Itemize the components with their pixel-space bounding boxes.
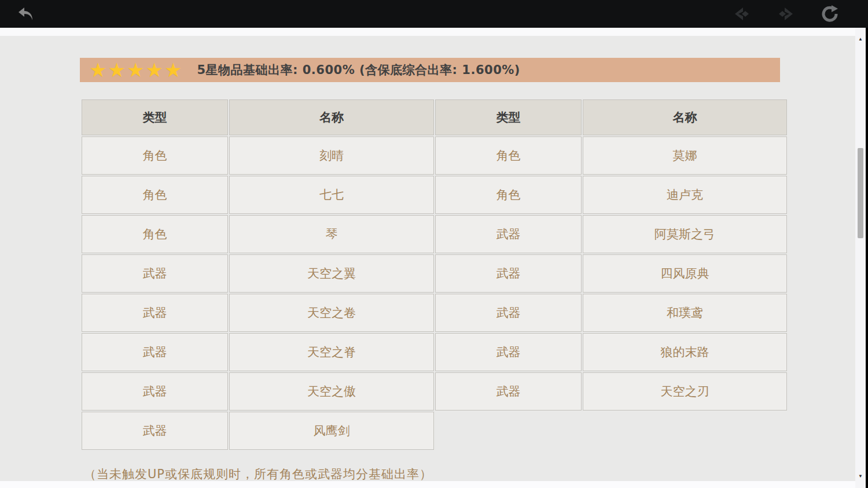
star-icon: ★ xyxy=(89,60,106,80)
table-cell: 天空之傲 xyxy=(229,372,434,411)
table-cell: 角色 xyxy=(82,136,228,175)
column-header-type-1: 类型 xyxy=(82,99,228,135)
table-cell: 阿莫斯之弓 xyxy=(583,215,787,253)
table-cell: 狼的末路 xyxy=(583,333,787,371)
table-cell: 莫娜 xyxy=(583,136,787,175)
scrollbar-thumb[interactable] xyxy=(858,148,863,238)
table-cell: 武器 xyxy=(82,254,228,293)
table-row: 武器风鹰剑 xyxy=(82,412,787,450)
double-chevron-left-icon xyxy=(733,6,751,21)
table-cell: 角色 xyxy=(82,215,228,253)
star-rating: ★★★★★ xyxy=(89,60,182,80)
star-icon: ★ xyxy=(164,60,182,80)
scroll-up-arrow-icon[interactable]: ▲ xyxy=(855,35,866,43)
table-cell: 迪卢克 xyxy=(583,176,787,214)
rarity-banner: ★★★★★ 5星物品基础出率: 0.600% (含保底综合出率: 1.600%) xyxy=(80,58,780,82)
banner-rate-text: 5星物品基础出率: 0.600% (含保底综合出率: 1.600%) xyxy=(197,62,520,78)
table-cell: 武器 xyxy=(435,372,582,411)
table-row: 武器天空之卷武器和璞鸢 xyxy=(82,294,787,332)
double-chevron-right-icon xyxy=(777,6,795,21)
table-cell: 风鹰剑 xyxy=(229,412,434,450)
table-cell: 武器 xyxy=(82,372,228,411)
star-icon: ★ xyxy=(108,60,125,80)
page-top-strip xyxy=(0,28,855,36)
table-cell: 和璞鸢 xyxy=(583,294,787,332)
page-content: ★★★★★ 5星物品基础出率: 0.600% (含保底综合出率: 1.600%)… xyxy=(0,28,855,488)
footnote-text: （当未触发UP或保底规则时，所有角色或武器均分基础出率） xyxy=(84,466,432,482)
table-cell: 天空之翼 xyxy=(229,254,434,293)
table-row: 武器天空之脊武器狼的末路 xyxy=(82,333,787,371)
table-row: 角色七七角色迪卢克 xyxy=(82,176,787,214)
undo-button[interactable] xyxy=(15,3,36,24)
table-cell: 刻晴 xyxy=(229,136,434,175)
refresh-icon xyxy=(821,5,839,23)
table-cell: 武器 xyxy=(435,333,582,371)
table-row: 角色琴武器阿莫斯之弓 xyxy=(82,215,787,253)
star-icon: ★ xyxy=(145,60,163,80)
table-row: 角色刻晴角色莫娜 xyxy=(82,136,787,175)
column-header-name-2: 名称 xyxy=(583,99,787,135)
scroll-down-arrow-icon[interactable]: ▼ xyxy=(855,472,866,480)
vertical-scrollbar[interactable]: ▲ ▼ xyxy=(855,28,866,488)
table-cell: 角色 xyxy=(435,176,582,214)
history-back-button[interactable] xyxy=(731,3,752,24)
table-cell: 琴 xyxy=(229,215,434,253)
table-row: 武器天空之翼武器四风原典 xyxy=(82,254,787,293)
table-header-row: 类型 名称 类型 名称 xyxy=(82,99,787,135)
table-cell: 武器 xyxy=(82,333,228,371)
refresh-button[interactable] xyxy=(819,3,840,24)
table-row: 武器天空之傲武器天空之刃 xyxy=(82,372,787,411)
table-cell: 天空之刃 xyxy=(583,372,787,411)
rates-table-body: 角色刻晴角色莫娜角色七七角色迪卢克角色琴武器阿莫斯之弓武器天空之翼武器四风原典武… xyxy=(82,136,787,450)
table-cell: 七七 xyxy=(229,176,434,214)
table-cell: 武器 xyxy=(435,294,582,332)
page-bottom-strip xyxy=(0,481,855,488)
table-cell: 武器 xyxy=(82,294,228,332)
history-forward-button[interactable] xyxy=(775,3,796,24)
column-header-name-1: 名称 xyxy=(229,99,434,135)
toolbar xyxy=(0,0,868,28)
star-icon: ★ xyxy=(127,60,144,80)
table-cell: 角色 xyxy=(435,136,582,175)
undo-arrow-icon xyxy=(16,5,35,23)
table-cell: 武器 xyxy=(82,412,228,450)
table-cell: 角色 xyxy=(82,176,228,214)
table-cell: 天空之脊 xyxy=(229,333,434,371)
table-cell: 天空之卷 xyxy=(229,294,434,332)
table-cell: 四风原典 xyxy=(583,254,787,293)
table-cell: 武器 xyxy=(435,254,582,293)
column-header-type-2: 类型 xyxy=(435,99,582,135)
item-rates-table: 类型 名称 类型 名称 角色刻晴角色莫娜角色七七角色迪卢克角色琴武器阿莫斯之弓武… xyxy=(80,98,788,451)
table-cell: 武器 xyxy=(435,215,582,253)
